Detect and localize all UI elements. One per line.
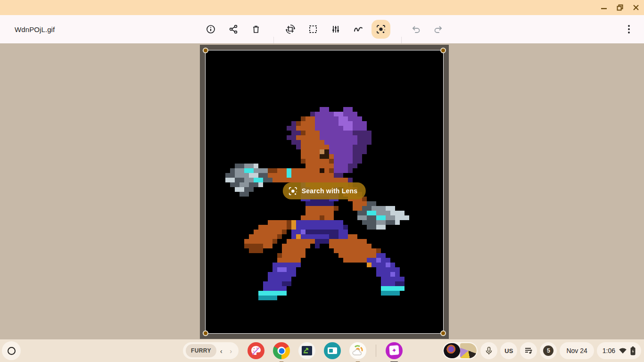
keyboard-layout-button[interactable]: US [500,342,517,359]
selection-handle-bottom-right[interactable] [440,330,446,336]
chrome-icon [278,347,286,355]
status-tray: US 5 Nov 24 1:06 [443,342,641,359]
app-screencast[interactable] [324,342,341,359]
time-label: 1:06 [603,347,615,354]
desk-next-arrow[interactable]: › [226,347,236,355]
lens-button[interactable] [372,20,390,39]
notification-count-badge: 5 [543,346,553,356]
selection-handle-bottom-left[interactable] [203,330,208,336]
calendar-button[interactable]: Nov 24 [560,342,594,359]
launcher-button[interactable] [2,341,21,360]
paint-palette-icon [248,342,264,359]
selection-handle-top-left[interactable] [203,48,208,53]
gif-image-frame: Search with Lens [200,45,449,339]
app-canvas-paint[interactable] [248,342,264,359]
shelf-apps-divider [376,345,376,357]
adjust-button[interactable] [326,20,345,39]
close-button[interactable] [628,0,644,15]
holding-space-thumbnail[interactable] [460,343,477,358]
wifi-icon [619,347,627,354]
undo-button [406,20,425,39]
restore-button[interactable] [612,0,628,15]
dictation-button[interactable] [480,342,497,359]
app-chrome[interactable] [273,342,290,359]
quick-settings-button[interactable]: 1:06 [597,342,641,359]
canvas-area: Search with Lens [0,43,644,362]
delete-button[interactable] [247,20,265,39]
desk-name-chip[interactable]: FURRY [186,344,216,357]
info-button[interactable] [201,20,220,39]
launcher-icon [8,347,16,355]
microphone-icon [485,346,493,355]
window-titlebar [0,0,644,15]
desk-button[interactable]: FURRY ‹ › [183,342,239,359]
shelf-apps: ✦ [248,342,403,359]
app-oneclick[interactable] [298,342,315,359]
playlist-music-icon [524,346,533,355]
crop-rotate-button[interactable] [281,20,300,39]
media-controls-button[interactable] [520,342,537,359]
redo-button [429,20,448,39]
app-gallery[interactable]: ✦ [386,342,403,359]
search-with-lens-label: Search with Lens [302,187,357,195]
window-controls [596,0,644,15]
shelf: FURRY ‹ › [0,339,644,362]
share-button[interactable] [224,20,243,39]
weather-icon [349,342,366,359]
notification-counter-button[interactable]: 5 [540,342,557,359]
search-with-lens-button[interactable]: Search with Lens [283,182,366,199]
holding-space-tray[interactable] [443,342,478,359]
screencast-icon [328,347,337,354]
keyboard-layout-label: US [504,347,513,354]
more-menu-button[interactable] [619,20,638,39]
gallery-toolbar: WdnPOjL.gif [0,15,644,43]
date-label: Nov 24 [566,347,587,354]
gallery-icon: ✦ [389,345,399,355]
select-area-button[interactable] [304,20,322,39]
app-weather[interactable] [349,342,366,359]
lens-icon [289,187,297,196]
selection-handle-top-right[interactable] [440,48,446,53]
holding-space-thumbnail[interactable] [444,343,460,358]
minimize-button[interactable] [596,0,612,15]
oneclick-icon [302,346,312,355]
annotate-button[interactable] [349,20,368,39]
desk-prev-arrow[interactable]: ‹ [216,347,226,355]
battery-charging-icon [630,346,636,355]
